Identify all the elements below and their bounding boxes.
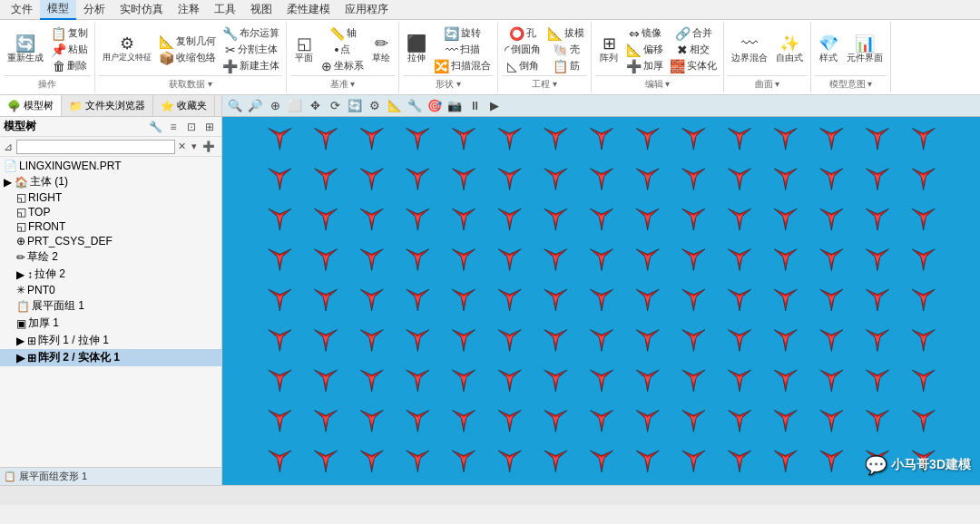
component-interface-icon: 📊 bbox=[855, 35, 875, 52]
tree-item-thicken1[interactable]: ▣ 加厚 1 bbox=[0, 315, 221, 332]
zoom-fit-button[interactable]: ⊕ bbox=[266, 97, 284, 115]
chamfer-button[interactable]: ◺倒角 bbox=[502, 58, 544, 73]
pan-button[interactable]: ✥ bbox=[306, 97, 324, 115]
play-button[interactable]: ▶ bbox=[485, 97, 504, 115]
intent-content: 💎 样式 📊 元件界面 bbox=[815, 24, 887, 75]
shell-button[interactable]: 🐚壳 bbox=[544, 42, 587, 57]
expand-extrude2-icon[interactable]: ▶ bbox=[16, 268, 25, 281]
menu-file[interactable]: 文件 bbox=[4, 0, 40, 19]
panel-list-button[interactable]: ≡ bbox=[165, 119, 181, 135]
expand-pattern1-icon[interactable]: ▶ bbox=[16, 335, 25, 347]
tree-item-body[interactable]: ▶ 🏠 主体 (1) bbox=[0, 173, 221, 190]
menu-annotation[interactable]: 注释 bbox=[171, 0, 207, 19]
bottom-panel[interactable]: 📋 展平面组变形 1 bbox=[0, 467, 221, 485]
menu-model[interactable]: 模型 bbox=[40, 0, 76, 20]
intersect-button[interactable]: ✖相交 bbox=[667, 42, 720, 57]
camera-button[interactable]: 📷 bbox=[446, 97, 464, 115]
menu-apps[interactable]: 应用程序 bbox=[338, 0, 396, 19]
getdata-label: 获取数据 ▾ bbox=[99, 75, 282, 91]
tree-item-root[interactable]: 📄 root LINGXINGWEN.PRT bbox=[0, 159, 221, 173]
tree-item-pattern1[interactable]: ▶ ⊞ 阵列 1 / 拉伸 1 bbox=[0, 332, 221, 349]
spin-button[interactable]: 🔄 bbox=[346, 97, 364, 115]
split-button[interactable]: ✂分割主体 bbox=[220, 42, 282, 57]
shape-content: ⬛ 拉伸 🔄旋转 〰扫描 🔀扫描混合 bbox=[403, 24, 494, 75]
tree-item-csys[interactable]: ⊕ PRT_CSYS_DEF bbox=[0, 234, 221, 248]
tree-item-pnt0[interactable]: ✳ PNT0 bbox=[0, 283, 221, 297]
sweep-button[interactable]: 〰扫描 bbox=[431, 42, 494, 57]
menu-view[interactable]: 视图 bbox=[243, 0, 279, 19]
tab-file-browser[interactable]: 📁 文件夹浏览器 bbox=[62, 95, 153, 116]
rib-button[interactable]: 📋筋 bbox=[544, 58, 587, 73]
tree-item-extrude2[interactable]: ▶ ↕ 拉伸 2 bbox=[0, 266, 221, 283]
sweep-blend-button[interactable]: 🔀扫描混合 bbox=[431, 58, 494, 73]
shell-icon: 🐚 bbox=[553, 44, 568, 56]
panel-expand-button[interactable]: ⊡ bbox=[183, 119, 200, 135]
tree-item-right[interactable]: ◱ RIGHT bbox=[0, 190, 221, 205]
frame-button[interactable]: ⬜ bbox=[286, 97, 304, 115]
point-button[interactable]: •点 bbox=[318, 42, 367, 57]
panel-settings-button[interactable]: 🔧 bbox=[147, 119, 163, 135]
extrude-button[interactable]: ⬛ 拉伸 bbox=[403, 34, 430, 66]
solidify-button[interactable]: 🧱实体化 bbox=[667, 58, 720, 73]
merge-button[interactable]: 🔗合并 bbox=[667, 25, 720, 41]
pattern-button[interactable]: ⊞ 阵列 bbox=[595, 34, 622, 66]
menu-analysis[interactable]: 分析 bbox=[76, 0, 113, 19]
plane-button[interactable]: ◱ 平面 bbox=[290, 34, 318, 66]
search-button[interactable]: ▾ bbox=[189, 141, 200, 152]
watermark: 💬 小马哥3D建模 bbox=[865, 454, 971, 476]
revolve-button[interactable]: 🔄旋转 bbox=[431, 25, 494, 41]
edit-label: 编辑 ▾ bbox=[595, 75, 720, 91]
clear-search-button[interactable]: ✕ bbox=[175, 141, 189, 152]
hole-button[interactable]: ⭕孔 bbox=[502, 25, 544, 41]
pause-button[interactable]: ⏸ bbox=[466, 97, 484, 115]
menu-flexible[interactable]: 柔性建模 bbox=[279, 0, 338, 19]
add-filter-button[interactable]: ➕ bbox=[200, 141, 218, 152]
new-body-button[interactable]: ➕新建主体 bbox=[220, 58, 282, 73]
regenerate-button[interactable]: 🔄 重新生成 bbox=[4, 34, 47, 66]
pattern-icon: ⊞ bbox=[603, 35, 616, 52]
round-button[interactable]: ◜倒圆角 bbox=[502, 42, 544, 57]
user-feature-button[interactable]: ⚙ 用户定义特征 bbox=[99, 34, 155, 65]
shrink-button[interactable]: 📦收缩包络 bbox=[156, 50, 219, 65]
panel-collapse-button[interactable]: ⊞ bbox=[201, 119, 218, 135]
boolean-button[interactable]: 🔧布尔运算 bbox=[220, 25, 282, 41]
expand-body-icon[interactable]: ▶ bbox=[4, 176, 13, 189]
thicken-icon: ➕ bbox=[626, 60, 642, 73]
rotate-button[interactable]: ⟳ bbox=[326, 97, 344, 115]
style-button[interactable]: 💎 样式 bbox=[815, 34, 842, 66]
tree-item-front[interactable]: ◱ FRONT bbox=[0, 219, 221, 234]
tab-favorites[interactable]: ⭐ 收藏夹 bbox=[153, 95, 215, 116]
settings-view-button[interactable]: ⚙ bbox=[366, 97, 384, 115]
zoom-in-button[interactable]: 🔍 bbox=[226, 97, 244, 115]
offset-button[interactable]: 📐偏移 bbox=[623, 42, 666, 57]
boundary-blend-button[interactable]: 〰 边界混合 bbox=[728, 34, 771, 66]
menu-simulation[interactable]: 实时仿真 bbox=[113, 0, 171, 19]
csys-button[interactable]: ⊕坐标系 bbox=[318, 58, 367, 73]
tab-model-tree[interactable]: 🌳 模型树 bbox=[0, 95, 62, 116]
component-interface-button[interactable]: 📊 元件界面 bbox=[843, 34, 887, 66]
tree-item-sketch2[interactable]: ✏ 草绘 2 bbox=[0, 248, 221, 266]
sketch-button[interactable]: ✏ 草绘 bbox=[368, 34, 395, 66]
draft-button[interactable]: 📐拔模 bbox=[544, 25, 587, 41]
section-button[interactable]: 🔧 bbox=[406, 97, 424, 115]
copy-geo-button[interactable]: 📐复制几何 bbox=[156, 34, 219, 49]
menu-tools[interactable]: 工具 bbox=[207, 0, 243, 19]
pattern-canvas bbox=[231, 121, 971, 476]
zoom-out-button[interactable]: 🔎 bbox=[246, 97, 264, 115]
thicken-button[interactable]: ➕加厚 bbox=[623, 58, 666, 73]
tree-item-pattern2[interactable]: ▶ ⊞ 阵列 2 / 实体化 1 bbox=[0, 349, 221, 366]
axis-button[interactable]: 📏轴 bbox=[318, 25, 367, 41]
paste-button[interactable]: 📌粘贴 bbox=[48, 42, 91, 57]
measure-button[interactable]: 📐 bbox=[386, 97, 404, 115]
mirror-button[interactable]: ⇔镜像 bbox=[623, 25, 666, 41]
tree-item-top[interactable]: ◱ TOP bbox=[0, 205, 221, 219]
search-bar: ⊿ ✕ ▾ ➕ bbox=[0, 137, 221, 157]
copy-button[interactable]: 📋复制 bbox=[48, 25, 91, 41]
expand-pattern2-icon[interactable]: ▶ bbox=[16, 352, 25, 364]
search-input[interactable] bbox=[16, 140, 175, 154]
round-icon: ◜ bbox=[505, 44, 509, 56]
view-orient-button[interactable]: 🎯 bbox=[426, 97, 444, 115]
tree-item-unfold1[interactable]: 📋 展平面组 1 bbox=[0, 297, 221, 315]
delete-button[interactable]: 🗑删除 bbox=[48, 58, 91, 73]
freeform-button[interactable]: ✨ 自由式 bbox=[772, 34, 807, 66]
